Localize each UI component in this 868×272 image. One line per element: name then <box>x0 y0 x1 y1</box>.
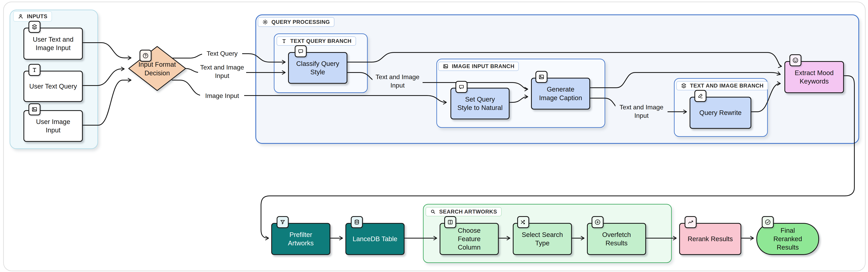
edge-label-text-and-image-1: Text and Image Input <box>198 63 246 80</box>
node-label: Generate Image Caption <box>532 85 589 102</box>
node-label: Final Reranked Results <box>757 226 818 252</box>
edge-label-text-and-image-2: Text and Image Input <box>372 73 423 90</box>
node-label: Extract Mood Keywords <box>785 69 843 86</box>
edge-classify-extract <box>346 53 781 66</box>
database-icon <box>351 216 363 228</box>
trending-up-icon <box>685 216 696 228</box>
node-label: LanceDB Table <box>346 235 404 243</box>
pencil-icon <box>694 90 706 102</box>
node-label: Prefilter Artworks <box>272 231 330 247</box>
node-label: User Text and Image Input <box>24 35 82 52</box>
speech-bubble-icon <box>295 45 307 57</box>
edge-rewrite-extract <box>750 83 780 112</box>
node-label: Choose Feature Column <box>440 226 498 252</box>
node-label: Query Rewrite <box>690 108 750 117</box>
node-label: Overfetch Results <box>588 231 645 247</box>
edge-label-image-input: Image Input <box>200 92 244 100</box>
funnel-icon <box>277 216 289 228</box>
plus-circle-icon <box>592 216 603 228</box>
image-icon <box>28 103 40 115</box>
node-input-format-decision-label: Input Format Decision <box>137 60 177 77</box>
question-icon <box>140 50 152 62</box>
edge-usertextimage-decision <box>81 43 131 58</box>
edge-userimage-decision <box>81 80 131 125</box>
columns-icon <box>444 216 456 228</box>
diagram-canvas: INPUTS QUERY PROCESSING TEXT QUERY BRANC… <box>0 0 868 272</box>
node-label: User Text Query <box>24 82 82 91</box>
smiley-icon <box>789 54 801 66</box>
node-label: User Image Input <box>24 117 82 134</box>
check-circle-icon <box>762 216 774 228</box>
node-label: Classify Query Style <box>289 60 347 76</box>
edge-label-text-and-image-3: Text and Image Input <box>615 103 668 120</box>
text-icon <box>28 64 40 76</box>
edge-caption-extract <box>589 72 780 88</box>
edge-setstyle-caption <box>508 97 527 102</box>
speech-bubble-icon <box>456 81 467 93</box>
node-label: Rerank Results <box>680 235 741 243</box>
edge-label-text-query: Text Query <box>202 49 242 58</box>
image-icon <box>535 71 548 83</box>
layers-icon <box>28 21 40 33</box>
node-label: Select Search Type <box>514 231 571 247</box>
shuffle-icon <box>517 216 529 228</box>
node-label: Set Query Style to Natural <box>451 95 509 112</box>
